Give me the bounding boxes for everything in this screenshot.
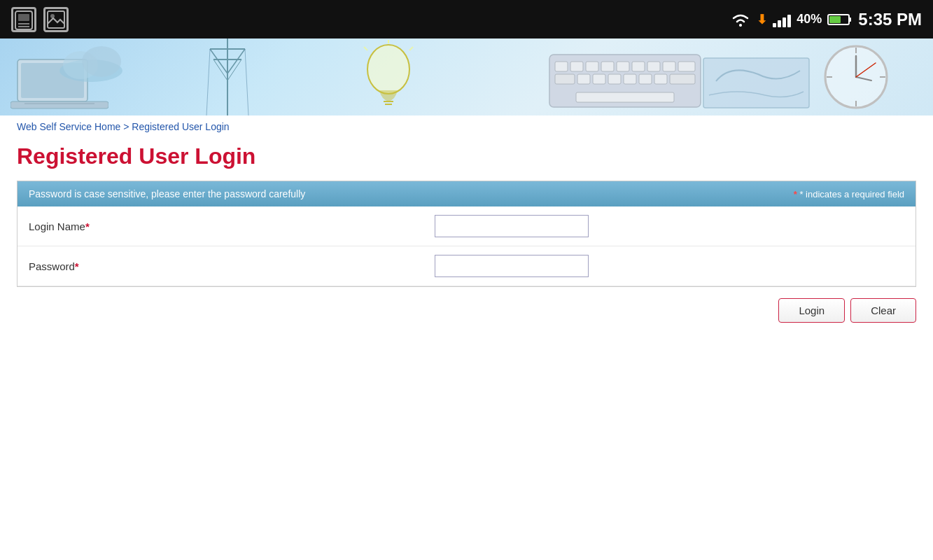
page-title: Registered User Login xyxy=(0,138,933,181)
login-button[interactable]: Login xyxy=(778,298,845,323)
breadcrumb-home-link[interactable]: Web Self Service Home xyxy=(17,121,120,132)
svg-rect-41 xyxy=(678,62,695,71)
svg-rect-35 xyxy=(586,62,598,71)
status-bar-right: ⬇ 40% 5:35 PM xyxy=(730,10,922,29)
svg-rect-42 xyxy=(555,74,575,84)
login-name-input[interactable] xyxy=(435,215,589,237)
svg-rect-33 xyxy=(555,62,568,71)
time-display: 5:35 PM xyxy=(858,10,922,29)
svg-line-25 xyxy=(245,49,248,115)
clear-button[interactable]: Clear xyxy=(850,298,916,323)
gallery-icon xyxy=(43,7,69,32)
form-header: Password is case sensitive, please enter… xyxy=(17,181,916,206)
svg-rect-49 xyxy=(670,74,695,84)
battery-percent: 40% xyxy=(797,12,822,27)
svg-rect-46 xyxy=(624,74,636,84)
password-input[interactable] xyxy=(435,255,589,277)
svg-rect-38 xyxy=(632,62,645,71)
svg-rect-45 xyxy=(608,74,621,84)
svg-point-6 xyxy=(739,24,742,27)
svg-rect-39 xyxy=(647,62,660,71)
svg-point-16 xyxy=(82,46,121,77)
login-form-container: Password is case sensitive, please enter… xyxy=(17,181,916,287)
wifi-icon xyxy=(730,11,751,28)
signal-bars-icon xyxy=(773,12,791,27)
svg-line-30 xyxy=(364,47,367,50)
svg-point-26 xyxy=(367,45,409,94)
status-bar-left xyxy=(11,7,69,32)
svg-line-24 xyxy=(206,49,210,115)
banner-bulb xyxy=(357,40,420,115)
svg-rect-44 xyxy=(593,74,605,84)
svg-line-31 xyxy=(409,47,413,50)
svg-rect-8 xyxy=(849,18,851,22)
download-arrow-icon: ⬇ xyxy=(757,12,767,27)
svg-rect-50 xyxy=(576,92,674,102)
form-header-required-note: * * indicates a required field xyxy=(794,189,904,200)
svg-rect-1 xyxy=(18,14,29,21)
buttons-row: Login Clear xyxy=(0,287,933,334)
banner xyxy=(0,38,933,115)
password-row: Password* xyxy=(17,246,916,286)
status-bar: ⬇ 40% 5:35 PM xyxy=(0,0,933,38)
banner-map xyxy=(702,57,811,112)
login-name-row: Login Name* xyxy=(17,206,916,246)
login-name-required: * xyxy=(85,220,90,232)
svg-point-5 xyxy=(50,14,55,18)
svg-rect-12 xyxy=(10,102,108,108)
svg-rect-34 xyxy=(570,62,583,71)
sim-icon xyxy=(11,7,36,32)
breadcrumb-current: Registered User Login xyxy=(132,121,229,132)
svg-rect-9 xyxy=(829,16,841,23)
svg-rect-37 xyxy=(617,62,629,71)
login-name-label: Login Name* xyxy=(29,220,435,232)
svg-rect-48 xyxy=(654,74,667,84)
banner-keyboard xyxy=(548,53,702,115)
svg-rect-4 xyxy=(48,11,64,28)
banner-clock xyxy=(821,42,891,115)
password-required: * xyxy=(75,260,79,272)
svg-rect-47 xyxy=(639,74,652,84)
svg-line-20 xyxy=(210,49,227,74)
breadcrumb: Web Self Service Home > Registered User … xyxy=(0,115,933,138)
banner-tower xyxy=(203,38,252,115)
breadcrumb-separator: > xyxy=(120,121,132,132)
svg-rect-43 xyxy=(577,74,590,84)
svg-rect-51 xyxy=(703,58,809,108)
svg-rect-36 xyxy=(601,62,614,71)
battery-icon xyxy=(827,13,853,27)
form-header-notice: Password is case sensitive, please enter… xyxy=(29,188,305,200)
svg-line-21 xyxy=(227,49,245,74)
password-label: Password* xyxy=(29,260,435,272)
banner-cloud xyxy=(56,44,126,85)
svg-rect-40 xyxy=(663,62,675,71)
